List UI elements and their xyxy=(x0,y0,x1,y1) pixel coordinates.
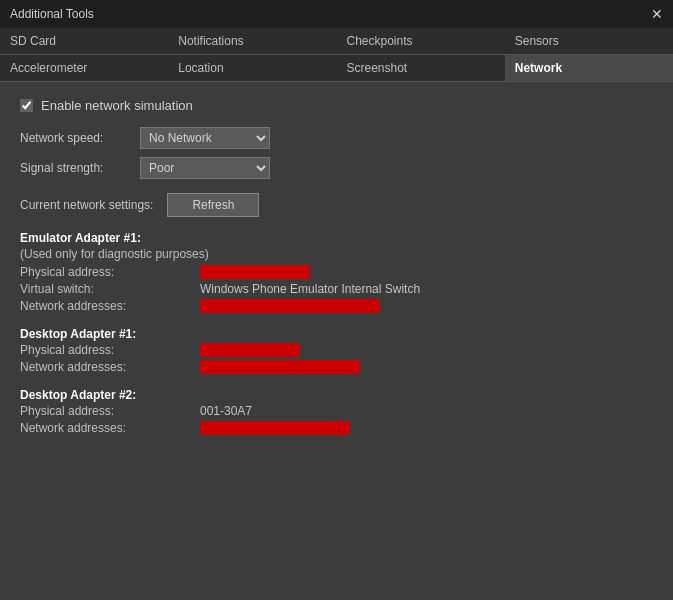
enable-label[interactable]: Enable network simulation xyxy=(41,98,193,113)
desktop2-netaddr-label: Network addresses: xyxy=(20,421,200,435)
emulator-netaddr-label: Network addresses: xyxy=(20,299,200,313)
desktop1-physical-row: Physical address: xyxy=(20,343,653,357)
desktop1-physical-label: Physical address: xyxy=(20,343,200,357)
desktop1-netaddr-row: Network addresses: xyxy=(20,360,653,374)
tab-network[interactable]: Network xyxy=(505,55,673,81)
emulator-vswitch-row: Virtual switch: Windows Phone Emulator I… xyxy=(20,282,653,296)
desktop2-netaddr-row: Network addresses: xyxy=(20,421,653,435)
emulator-adapter-title: Emulator Adapter #1: xyxy=(20,231,653,245)
network-speed-row: Network speed: No Network GPRS EDGE 3G 4… xyxy=(20,127,653,149)
desktop1-adapter-title: Desktop Adapter #1: xyxy=(20,327,653,341)
tab-sd-card[interactable]: SD Card xyxy=(0,28,168,54)
tab-accelerometer[interactable]: Accelerometer xyxy=(0,55,168,81)
tab-sensors[interactable]: Sensors xyxy=(505,28,673,54)
signal-strength-label: Signal strength: xyxy=(20,161,140,175)
tab-bar-row1: SD Card Notifications Checkpoints Sensor… xyxy=(0,28,673,55)
network-panel: Enable network simulation Network speed:… xyxy=(0,82,673,600)
refresh-button[interactable]: Refresh xyxy=(167,193,259,217)
emulator-vswitch-label: Virtual switch: xyxy=(20,282,200,296)
desktop1-adapter-section: Desktop Adapter #1: Physical address: Ne… xyxy=(20,327,653,374)
desktop1-netaddr-value xyxy=(200,360,360,374)
current-settings-label: Current network settings: xyxy=(20,198,153,212)
desktop2-physical-row: Physical address: 001-30A7 xyxy=(20,404,653,418)
emulator-adapter-section: Emulator Adapter #1: (Used only for diag… xyxy=(20,231,653,313)
desktop2-adapter-title: Desktop Adapter #2: xyxy=(20,388,653,402)
emulator-physical-value xyxy=(200,265,310,279)
enable-checkbox[interactable] xyxy=(20,99,33,112)
title-bar: Additional Tools ✕ xyxy=(0,0,673,28)
signal-strength-row: Signal strength: Poor Fair Good Excellen… xyxy=(20,157,653,179)
desktop2-adapter-section: Desktop Adapter #2: Physical address: 00… xyxy=(20,388,653,435)
desktop2-physical-label: Physical address: xyxy=(20,404,200,418)
network-speed-label: Network speed: xyxy=(20,131,140,145)
tab-notifications[interactable]: Notifications xyxy=(168,28,336,54)
emulator-physical-label: Physical address: xyxy=(20,265,200,279)
tab-screenshot[interactable]: Screenshot xyxy=(337,55,505,81)
tab-checkpoints[interactable]: Checkpoints xyxy=(337,28,505,54)
enable-row: Enable network simulation xyxy=(20,98,653,113)
signal-strength-select[interactable]: Poor Fair Good Excellent xyxy=(140,157,270,179)
tab-bar-row2: Accelerometer Location Screenshot Networ… xyxy=(0,55,673,82)
desktop2-physical-value: 001-30A7 xyxy=(200,404,252,418)
desktop1-netaddr-label: Network addresses: xyxy=(20,360,200,374)
emulator-adapter-subtitle: (Used only for diagnostic purposes) xyxy=(20,247,653,261)
desktop2-netaddr-value xyxy=(200,421,350,435)
current-settings-row: Current network settings: Refresh xyxy=(20,193,653,217)
window-title: Additional Tools xyxy=(10,7,94,21)
close-button[interactable]: ✕ xyxy=(651,7,663,21)
emulator-physical-row: Physical address: xyxy=(20,265,653,279)
network-speed-select[interactable]: No Network GPRS EDGE 3G 4G WiFi xyxy=(140,127,270,149)
emulator-netaddr-row: Network addresses: xyxy=(20,299,653,313)
emulator-netaddr-value xyxy=(200,299,380,313)
desktop1-physical-value xyxy=(200,343,300,357)
tab-location[interactable]: Location xyxy=(168,55,336,81)
emulator-vswitch-value: Windows Phone Emulator Internal Switch xyxy=(200,282,420,296)
